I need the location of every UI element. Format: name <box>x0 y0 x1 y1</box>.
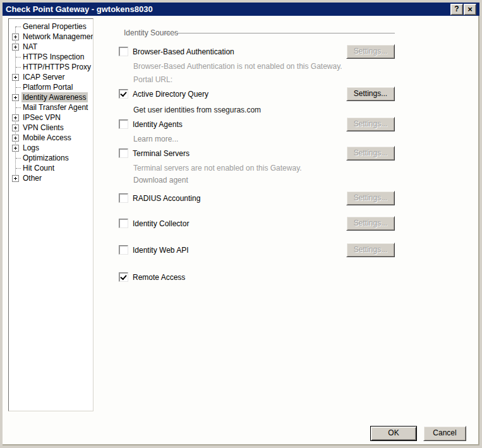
label-active-directory-query: Active Directory Query <box>133 90 208 99</box>
sidebar-item-label: NAT <box>21 42 39 52</box>
sidebar-item-nat[interactable]: NAT <box>9 42 93 52</box>
checkbox-terminal-servers[interactable] <box>119 148 128 158</box>
expand-plus-icon[interactable] <box>12 135 19 142</box>
sidebar-item-label: HTTP/HTTPS Proxy <box>21 62 92 72</box>
sidebar-item-label: Logs <box>21 143 40 153</box>
window-title: Check Point Gateway - gwtokens8030 <box>6 4 153 14</box>
sidebar-tree: General PropertiesNetwork ManagementNATH… <box>8 18 93 411</box>
sidebar-item-identity-awareness[interactable]: Identity Awareness <box>9 92 93 102</box>
sidebar-item-label: Optimizations <box>21 153 70 163</box>
ok-button[interactable]: OK <box>370 426 417 441</box>
settings-button-identity-collector[interactable]: Settings... <box>346 216 395 231</box>
sidebar-item-label: Mobile Access <box>21 133 73 143</box>
sidebar-item-hit-count[interactable]: Hit Count <box>9 163 93 173</box>
tree-leaf-dash <box>16 27 21 27</box>
checkbox-identity-agents[interactable] <box>119 119 128 129</box>
tree-leaf-dash <box>16 87 21 88</box>
close-button[interactable]: × <box>464 4 476 15</box>
sidebar-item-mobile-access[interactable]: Mobile Access <box>9 133 93 143</box>
checkbox-remote-access[interactable] <box>119 272 128 282</box>
tree-leaf-dash <box>16 57 21 58</box>
sidebar-item-http-https-proxy[interactable]: HTTP/HTTPS Proxy <box>9 62 93 72</box>
helper-text: Terminal servers are not enabled on this… <box>133 164 302 173</box>
settings-button-radius-accounting[interactable]: Settings... <box>346 191 395 205</box>
checkbox-active-directory-query[interactable] <box>119 89 128 99</box>
expand-plus-icon[interactable] <box>12 175 19 182</box>
sidebar-item-label: Hit Count <box>21 163 56 173</box>
title-bar[interactable]: Check Point Gateway - gwtokens8030 ? × <box>3 3 479 16</box>
expand-plus-icon[interactable] <box>12 114 19 121</box>
sidebar-item-label: General Properties <box>21 21 88 32</box>
expand-plus-icon[interactable] <box>12 94 19 101</box>
label-browser-based-authentication: Browser-Based Authentication <box>133 47 234 56</box>
expand-plus-icon[interactable] <box>12 33 19 40</box>
expand-plus-icon[interactable] <box>12 145 19 152</box>
label-identity-collector: Identity Collector <box>133 219 189 228</box>
sidebar-item-other[interactable]: Other <box>9 173 93 183</box>
sidebar-item-label: Network Management <box>21 32 93 42</box>
sidebar-item-vpn-clients[interactable]: VPN Clients <box>9 123 93 133</box>
sidebar-item-label: Identity Awareness <box>21 92 88 102</box>
label-identity-agents: Identity Agents <box>133 120 183 129</box>
sidebar-item-logs[interactable]: Logs <box>9 143 93 153</box>
section-divider <box>164 33 395 33</box>
helper-text: Browser-Based Authentication is not enab… <box>133 62 342 71</box>
cancel-button[interactable]: Cancel <box>423 426 466 441</box>
sidebar-item-general-properties[interactable]: General Properties <box>9 21 93 32</box>
sidebar-item-ipsec-vpn[interactable]: IPSec VPN <box>9 112 93 123</box>
helper-text: Get user identities from sseguras.com <box>133 106 261 114</box>
label-radius-accounting: RADIUS Accounting <box>133 194 200 203</box>
sidebar-item-label: Mail Transfer Agent <box>21 102 89 112</box>
settings-button-identity-agents[interactable]: Settings... <box>346 117 395 131</box>
expand-plus-icon[interactable] <box>12 44 19 51</box>
tree-leaf-dash <box>16 67 21 68</box>
checkbox-identity-web-api[interactable] <box>119 245 128 255</box>
sidebar-item-label: Other <box>21 173 43 183</box>
settings-button-terminal-servers[interactable]: Settings... <box>346 146 395 160</box>
settings-button-active-directory-query[interactable]: Settings... <box>346 87 395 101</box>
link-learn-more[interactable]: Learn more... <box>133 135 178 143</box>
sidebar-item-icap-server[interactable]: ICAP Server <box>9 72 93 82</box>
settings-button-identity-web-api[interactable]: Settings... <box>346 243 395 257</box>
sidebar-item-label: VPN Clients <box>21 123 65 133</box>
sidebar-item-label: HTTPS Inspection <box>21 52 85 62</box>
tree-leaf-dash <box>16 168 21 169</box>
sidebar-item-label: ICAP Server <box>21 72 66 82</box>
sidebar-item-mail-transfer-agent[interactable]: Mail Transfer Agent <box>9 102 93 112</box>
link-download-agent[interactable]: Download agent <box>133 176 188 185</box>
settings-button-browser-based-authentication[interactable]: Settings... <box>346 44 395 59</box>
sidebar-item-platform-portal[interactable]: Platform Portal <box>9 82 93 92</box>
label-remote-access: Remote Access <box>133 273 185 282</box>
helper-text: Portal URL: <box>133 75 172 84</box>
dialog-window: Check Point Gateway - gwtokens8030 ? × G… <box>0 0 482 448</box>
help-button[interactable]: ? <box>450 4 463 15</box>
sidebar-item-optimizations[interactable]: Optimizations <box>9 153 93 163</box>
expand-plus-icon[interactable] <box>12 74 19 81</box>
sidebar-item-label: IPSec VPN <box>21 112 62 123</box>
label-identity-web-api: Identity Web API <box>133 246 189 255</box>
tree-leaf-dash <box>16 107 21 108</box>
sidebar-item-label: Platform Portal <box>21 82 74 92</box>
checkbox-identity-collector[interactable] <box>119 219 128 228</box>
expand-plus-icon[interactable] <box>12 124 19 131</box>
checkbox-radius-accounting[interactable] <box>119 193 128 203</box>
checkbox-browser-based-authentication[interactable] <box>119 47 128 56</box>
sidebar-item-network-management[interactable]: Network Management <box>9 32 93 42</box>
sidebar-item-https-inspection[interactable]: HTTPS Inspection <box>9 52 93 62</box>
tree-leaf-dash <box>16 158 21 159</box>
label-terminal-servers: Terminal Servers <box>133 149 190 158</box>
